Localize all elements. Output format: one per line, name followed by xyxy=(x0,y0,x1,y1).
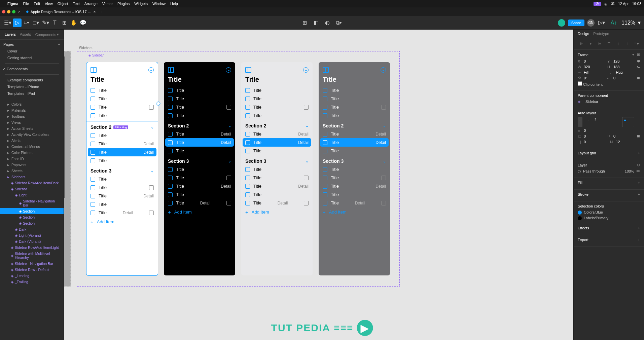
sidebar-row[interactable]: TitleDetail xyxy=(91,209,154,217)
sidebar-row[interactable]: TitleDetail xyxy=(168,199,231,207)
menu-view[interactable]: View xyxy=(45,2,53,6)
chevron-down-icon[interactable]: ⌄ xyxy=(306,124,309,128)
app-name[interactable]: Figma xyxy=(7,2,18,6)
page-item[interactable]: Cover xyxy=(0,48,64,54)
sidebar-row[interactable]: Title xyxy=(91,200,154,209)
al-padding-icon[interactable]: ⊞ xyxy=(637,134,640,138)
layer-item[interactable]: ▸ Activity View Controllers xyxy=(0,131,64,138)
sidebar-row[interactable]: Title xyxy=(245,174,309,182)
layer-item[interactable]: ◈ Sidebar - Navigation Bar xyxy=(0,198,64,208)
layer-item[interactable]: ▸ Views xyxy=(0,119,64,125)
layer-item[interactable]: ▸ Sheets xyxy=(0,168,64,174)
clip-content-checkbox[interactable]: Clip content xyxy=(578,81,603,86)
sidebar-row[interactable]: Title xyxy=(168,174,231,182)
design-tab[interactable]: Design xyxy=(578,32,589,36)
constrain-icon[interactable]: ⊕ xyxy=(637,59,640,63)
layer-item[interactable]: ◈ Dark (Vibrant) xyxy=(0,238,64,244)
sidebar-row[interactable]: Title xyxy=(91,131,154,140)
traffic-lights[interactable] xyxy=(2,10,15,13)
sidebar-row[interactable]: Title xyxy=(245,190,309,199)
menu-edit[interactable]: Edit xyxy=(34,2,40,6)
layers-tab[interactable]: Layers xyxy=(3,31,18,38)
more-icon[interactable]: ••• xyxy=(381,67,386,73)
sidebar-panel-icon[interactable] xyxy=(91,67,97,73)
add-fill-icon[interactable]: + xyxy=(638,181,640,185)
sidebar-row[interactable]: Title xyxy=(323,147,386,155)
layer-item[interactable]: ◈ Sidebar - Navigation Bar xyxy=(0,261,64,267)
menu-file[interactable]: File xyxy=(23,2,29,6)
add-stroke-icon[interactable]: + xyxy=(638,192,640,196)
sidebar-row[interactable]: TitleDetail xyxy=(323,182,386,190)
chevron-down-icon[interactable]: ⌄ xyxy=(228,124,231,128)
menu-arrange[interactable]: Arrange xyxy=(84,2,98,6)
sidebar-row[interactable]: Title xyxy=(245,86,309,95)
sidebar-row[interactable]: TitleDetail xyxy=(168,182,231,190)
chevron-down-icon[interactable]: ⌄ xyxy=(383,159,386,163)
opacity-value[interactable]: 100% xyxy=(625,169,634,174)
radius-value[interactable]: 0 xyxy=(613,76,615,80)
align-top-icon[interactable]: ⊤ xyxy=(605,41,613,47)
user-avatar[interactable] xyxy=(558,19,565,27)
layer-item[interactable]: ◈ Sidebar Row/Add Item/Dark xyxy=(0,180,64,186)
sidebar-row[interactable]: Title xyxy=(168,103,231,111)
sidebar-row[interactable]: Title xyxy=(245,165,309,174)
layer-item[interactable]: ◈ Sidebar Row - Default xyxy=(0,267,64,273)
hand-tool-icon[interactable]: ✋ xyxy=(69,18,78,27)
sidebar-row[interactable]: TitleDetail xyxy=(91,192,154,200)
sidebar-component-grey-dark[interactable]: •••TitleTitleTitleTitleTitleSection 2⌄Ti… xyxy=(319,62,390,275)
visibility-icon[interactable]: 👁 xyxy=(636,169,640,174)
chevron-down-icon[interactable]: ⌄ xyxy=(151,169,154,173)
boolean-icon[interactable]: ◐ xyxy=(323,18,332,27)
sidebar-row[interactable]: Title xyxy=(323,174,386,182)
component-label[interactable]: ◈ Sidebar xyxy=(88,53,104,57)
sidebar-row[interactable]: Title xyxy=(323,111,386,120)
assets-tab[interactable]: Assets xyxy=(18,31,33,38)
layer-item[interactable]: ◈ Light xyxy=(0,192,64,198)
menu-text[interactable]: Text xyxy=(73,2,80,6)
home-icon[interactable]: ⌂ xyxy=(18,10,21,14)
frame-settings-icon[interactable]: ⊞ xyxy=(637,52,640,57)
layer-item[interactable]: ◈ Section xyxy=(0,214,64,220)
add-effect-icon[interactable]: + xyxy=(638,226,640,230)
chevron-down-icon[interactable]: ⌄ xyxy=(383,124,386,128)
prototype-tab[interactable]: Prototype xyxy=(593,32,609,36)
sidebar-row[interactable]: TitleDetail xyxy=(88,148,156,156)
al-wrap[interactable]: ⤴ xyxy=(593,117,598,127)
link-wh-icon[interactable]: ⊂ xyxy=(637,65,640,69)
components-dropdown[interactable]: Components▾ xyxy=(33,31,61,38)
layer-item[interactable]: ▸ Face ID xyxy=(0,156,64,162)
section-header[interactable]: Section 3⌄ xyxy=(245,158,309,164)
sidebar-row[interactable]: Title xyxy=(245,103,309,111)
section-header[interactable]: Section 2Fill × Hug⌄ xyxy=(91,124,154,130)
chevron-down-icon[interactable]: ⌄ xyxy=(228,159,231,163)
al-pv2[interactable]: 12 xyxy=(616,140,620,144)
layer-item[interactable]: ▸ Colors xyxy=(0,101,64,107)
frame-label[interactable]: Sidebars xyxy=(77,45,94,50)
sidebar-row[interactable]: Title xyxy=(323,103,386,111)
layer-item[interactable]: ◈ Light (Vibrant) xyxy=(0,232,64,238)
sidebar-panel-icon[interactable] xyxy=(168,67,174,73)
more-icon[interactable]: ••• xyxy=(303,67,309,73)
share-button[interactable]: Share xyxy=(568,20,584,26)
menu-help[interactable]: Help xyxy=(170,2,178,6)
layer-item[interactable]: ◈ Sidebar Row/Add Item/Light xyxy=(0,244,64,251)
zoom-chevron-icon[interactable]: ▾ xyxy=(638,20,641,26)
sidebar-row[interactable]: Title xyxy=(168,86,231,95)
blend-mode[interactable]: Pass through xyxy=(583,169,605,174)
page-item[interactable]: Templates - iPad xyxy=(0,90,64,97)
menu-vector[interactable]: Vector xyxy=(102,2,113,6)
layer-item[interactable]: ◈ Section xyxy=(0,208,64,214)
color-swatch-black[interactable] xyxy=(578,216,582,220)
layer-item[interactable]: ▸ Action Sheets xyxy=(0,125,64,131)
sidebar-panel-icon[interactable] xyxy=(245,67,251,73)
layer-item[interactable]: ▸ Contextual Menus xyxy=(0,144,64,150)
w-value[interactable]: 320 xyxy=(584,65,590,69)
status-icon[interactable]: ◎ xyxy=(604,2,608,6)
align-v-center-icon[interactable]: ⫲ xyxy=(614,41,622,47)
sidebar-panel-icon[interactable] xyxy=(323,67,329,73)
color-name-1[interactable]: Colors/Blue xyxy=(584,210,603,214)
add-grid-icon[interactable]: + xyxy=(638,151,640,155)
align-bottom-icon[interactable]: ⊥ xyxy=(623,41,631,47)
sidebar-row[interactable]: Title xyxy=(91,103,154,111)
al-ph[interactable]: 0 xyxy=(584,134,586,138)
